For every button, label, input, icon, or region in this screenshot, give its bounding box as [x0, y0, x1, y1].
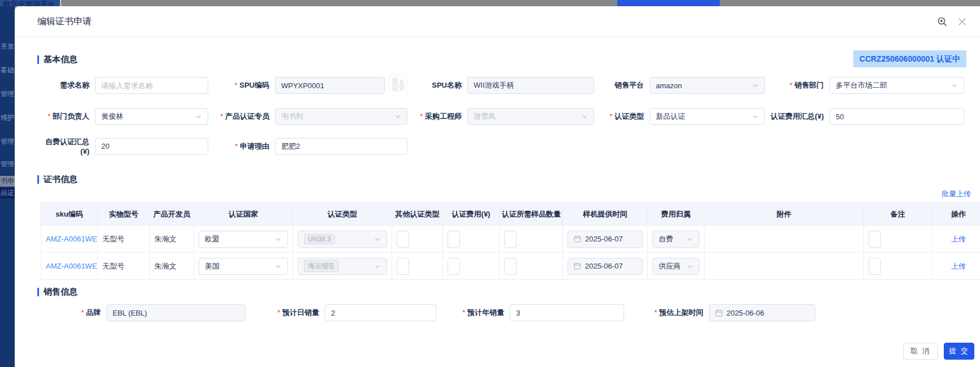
zoom-in-icon[interactable] [937, 16, 948, 27]
country-select[interactable]: 欧盟 [199, 231, 288, 248]
batch-upload-link[interactable]: 批量上传 [942, 189, 971, 198]
field-sales-platform: 销售平台 amazon [594, 75, 765, 96]
sales-dept-select[interactable]: 多平台市场二部 [829, 77, 964, 94]
fee-input[interactable] [448, 258, 460, 275]
cert-specialist-select: 韦书利 [275, 108, 407, 125]
sku-link[interactable]: AMZ-A0061WE1 [46, 235, 98, 243]
fee-owner-select: 自费 [652, 231, 699, 248]
upload-link[interactable]: 上传 [951, 262, 966, 270]
field-label: 需求名称 [37, 80, 89, 90]
field-cert-fee-total: 认证费用汇总(¥) [765, 108, 964, 125]
self-fee-total-input[interactable] [95, 138, 208, 155]
daily-sales-input[interactable] [325, 304, 436, 321]
yearly-sales-input[interactable] [510, 304, 624, 321]
section-bar [37, 175, 39, 184]
cert-table: sku编码 实物型号 产品开发员 认证国家 认证类型 其他认证类型 认证费用(¥… [41, 202, 980, 280]
chevron-down-icon [394, 113, 401, 120]
chevron-down-icon [275, 236, 282, 243]
field-label: 品牌 [41, 308, 101, 318]
page-top-strip: 数字化管理平台 [0, 0, 980, 6]
field-daily-sales: 预计日销量 [246, 304, 436, 321]
model-cell: 无型号 [98, 226, 150, 253]
sidebar-item-2: 基础 [0, 65, 15, 75]
remark-input[interactable] [869, 231, 881, 248]
brand-input [106, 304, 246, 321]
table-row: AMZ-A0061WE1 无型号 朱瀚文 欧盟 UN38.3 [41, 226, 980, 253]
col-action: 操作 [932, 203, 980, 226]
field-label: 产品认证专员 [208, 111, 269, 122]
col-country: 认证国家 [194, 203, 293, 226]
attachment-cell [704, 226, 864, 253]
upload-link[interactable]: 上传 [951, 235, 966, 243]
field-label: 认证类型 [594, 111, 644, 122]
edit-cert-dialog: 编辑证书申请 CCRZ250606000001 认证中 基本信息 需求名称 SP… [15, 6, 980, 367]
spu-name-input [467, 77, 594, 94]
fee-input[interactable] [448, 231, 460, 248]
col-sample-qty: 认证所需样品数量 [500, 203, 563, 226]
country-select[interactable]: 美国 [199, 258, 288, 275]
sidebar-item-5: 管理 [0, 136, 15, 146]
chevron-down-icon [686, 263, 693, 270]
field-spu-code: SPU编码 [208, 75, 407, 96]
close-icon[interactable] [958, 18, 966, 26]
col-fee: 认证费用(¥) [443, 203, 500, 226]
demand-name-input[interactable] [95, 77, 208, 94]
cancel-button[interactable]: 取 消 [903, 343, 938, 360]
cert-fee-total-input[interactable] [829, 108, 964, 125]
col-developer: 产品开发员 [150, 203, 194, 226]
field-label: 申请理由 [208, 141, 269, 152]
cert-table-header-row: sku编码 实物型号 产品开发员 认证国家 认证类型 其他认证类型 认证费用(¥… [41, 203, 980, 226]
col-cert-type: 认证类型 [293, 203, 392, 226]
cert-type-select[interactable]: 新品认证 [650, 108, 765, 125]
chevron-down-icon [752, 82, 759, 89]
section-title-basic: 基本信息 [37, 54, 980, 65]
field-yearly-sales: 预计年销量 [436, 304, 624, 321]
sku-link[interactable]: AMZ-A0061WE [46, 262, 97, 270]
dept-leader-select[interactable]: 黄俊林 [95, 108, 208, 125]
sample-qty-input[interactable] [504, 231, 517, 248]
row-cert-type-select: UN38.3 [298, 231, 387, 248]
sidebar-item-cert-apply: 书申请 [0, 176, 15, 187]
section-title-cert: 证书信息 [37, 174, 980, 185]
section-bar [37, 55, 39, 64]
chevron-down-icon [752, 113, 759, 120]
calendar-icon [715, 309, 723, 317]
field-cert-specialist: 产品认证专员 韦书利 [208, 108, 407, 125]
platform-title: 数字化管理平台 [0, 0, 61, 6]
cert-type-tag: 海运报告 [304, 260, 339, 272]
col-fee-owner: 费用归属 [648, 203, 704, 226]
row-cert-type-select: 海运报告 [298, 258, 387, 275]
chevron-down-icon [374, 263, 381, 270]
field-label: 预估上架时间 [624, 308, 703, 318]
chevron-down-icon [374, 236, 381, 243]
field-label: 认证费用汇总(¥) [765, 111, 824, 122]
col-model: 实物型号 [98, 203, 150, 226]
submit-button[interactable]: 提 交 [944, 343, 974, 360]
field-dept-leader: 部门负责人 黄俊林 [37, 108, 208, 125]
cert-type-tag: UN38.3 [304, 234, 335, 244]
other-type-input[interactable] [397, 258, 409, 275]
field-label: 预计日销量 [246, 308, 319, 318]
other-type-input[interactable] [397, 231, 409, 248]
calendar-icon [574, 262, 581, 270]
sidebar-item-1: 开发 [0, 41, 15, 51]
section-bar [37, 288, 39, 296]
field-label: 部门负责人 [37, 111, 89, 122]
sidebar-item-3: 管理 [0, 89, 15, 99]
basic-info-form: 需求名称 SPU编码 SPU名称 销售平台 amazon 销售部门 多平台市场二… [15, 75, 980, 156]
remark-input[interactable] [869, 258, 881, 275]
field-label: SPU编码 [208, 80, 269, 90]
developer-cell: 朱瀚文 [150, 226, 194, 253]
dialog-footer: 取 消 提 交 [903, 343, 974, 360]
calendar-icon [574, 235, 581, 243]
sidebar: 开发 基础 管理 维护 管理 管理 书申请 品证 [0, 6, 15, 367]
apply-reason-input[interactable] [275, 138, 407, 155]
field-brand: 品牌 [41, 304, 246, 321]
top-nav-button [617, 0, 720, 6]
status-badge: CCRZ250606000001 认证中 [853, 50, 966, 67]
chevron-down-icon [195, 113, 202, 120]
field-label: 自费认证汇总(¥) [37, 137, 89, 156]
sample-qty-input[interactable] [504, 258, 517, 275]
developer-cell: 朱瀚文 [150, 253, 194, 280]
field-label: 采购工程师 [407, 111, 462, 122]
